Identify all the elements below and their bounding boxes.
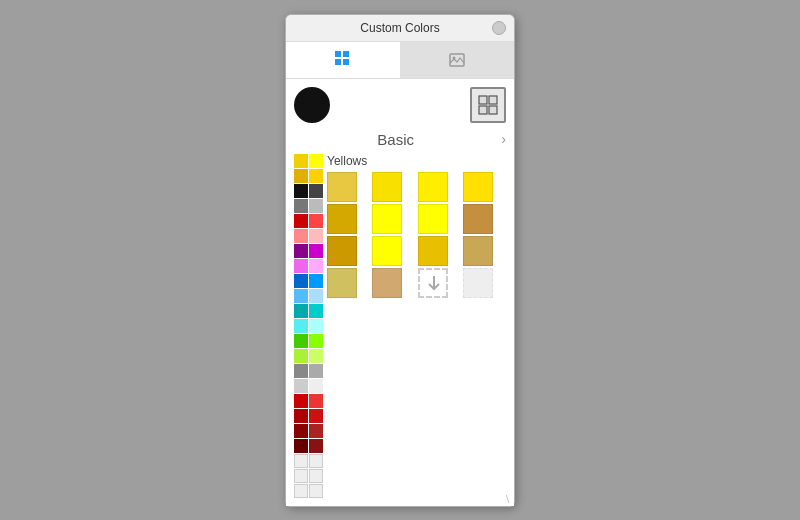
swatch[interactable] (309, 484, 323, 498)
swatch[interactable] (309, 274, 323, 288)
swatch[interactable] (309, 259, 323, 273)
swatch[interactable] (309, 394, 323, 408)
yellow-swatch[interactable] (372, 268, 402, 298)
yellow-swatch[interactable] (372, 204, 402, 234)
swatch[interactable] (294, 244, 308, 258)
dialog-title: Custom Colors (360, 21, 439, 35)
yellows-grid (327, 172, 506, 298)
swatch[interactable] (309, 304, 323, 318)
palette-category-yellows2 (294, 169, 323, 183)
yellow-swatch-empty (463, 268, 493, 298)
yellow-swatch[interactable] (418, 204, 448, 234)
swatch[interactable] (294, 274, 308, 288)
swatch[interactable] (309, 364, 323, 378)
svg-rect-2 (335, 59, 341, 65)
svg-rect-1 (343, 51, 349, 57)
svg-point-5 (453, 56, 456, 59)
swatch[interactable] (294, 349, 308, 363)
download-icon (420, 270, 448, 298)
swatch[interactable] (294, 469, 308, 483)
palette-row-grays (294, 184, 323, 198)
swatch[interactable] (294, 154, 308, 168)
yellow-swatch[interactable] (463, 172, 493, 202)
swatch[interactable] (309, 469, 323, 483)
palette-category-yellows[interactable] (294, 154, 323, 168)
yellow-swatch[interactable] (327, 172, 357, 202)
main-body: Yellows (294, 154, 506, 498)
swatch[interactable] (294, 379, 308, 393)
swatch[interactable] (309, 169, 323, 183)
svg-rect-0 (335, 51, 341, 57)
swatch[interactable] (294, 334, 308, 348)
yellow-swatch[interactable] (327, 268, 357, 298)
content-area: Basic › (286, 79, 514, 506)
svg-rect-8 (479, 106, 487, 114)
resize-handle[interactable]: ∖ (504, 493, 510, 504)
title-bar: Custom Colors (286, 15, 514, 42)
yellow-swatch[interactable] (418, 236, 448, 266)
swatch[interactable] (294, 409, 308, 423)
basic-label: Basic (294, 131, 497, 148)
chevron-right-icon[interactable]: › (501, 131, 506, 147)
swatch[interactable] (294, 199, 308, 213)
swatch[interactable] (294, 424, 308, 438)
color-circle (294, 87, 330, 123)
swatch[interactable] (309, 244, 323, 258)
swatch[interactable] (294, 454, 308, 468)
yellow-swatch[interactable] (327, 204, 357, 234)
yellow-swatch[interactable] (372, 172, 402, 202)
swatch[interactable] (309, 439, 323, 453)
custom-colors-dialog: Custom Colors (285, 14, 515, 507)
swatch[interactable] (309, 454, 323, 468)
swatch[interactable] (294, 214, 308, 228)
swatch[interactable] (309, 334, 323, 348)
swatch[interactable] (294, 184, 308, 198)
swatch[interactable] (309, 154, 323, 168)
close-button[interactable] (492, 21, 506, 35)
grid-tab-icon (334, 50, 352, 68)
swatch[interactable] (309, 214, 323, 228)
svg-rect-9 (489, 106, 497, 114)
basic-row: Basic › (294, 131, 506, 148)
grid-view-icon (477, 94, 499, 116)
yellow-swatch[interactable] (463, 236, 493, 266)
svg-rect-6 (479, 96, 487, 104)
swatch[interactable] (309, 424, 323, 438)
swatch[interactable] (294, 439, 308, 453)
yellow-swatch[interactable] (418, 172, 448, 202)
swatch[interactable] (309, 349, 323, 363)
swatch[interactable] (294, 364, 308, 378)
swatch[interactable] (294, 319, 308, 333)
swatch[interactable] (294, 169, 308, 183)
yellows-section: Yellows (327, 154, 506, 498)
grid-view-button[interactable] (470, 87, 506, 123)
palette-row-grays2 (294, 199, 323, 213)
left-palette (294, 154, 323, 498)
swatch[interactable] (294, 484, 308, 498)
swatch[interactable] (309, 289, 323, 303)
swatch[interactable] (294, 394, 308, 408)
yellow-swatch[interactable] (463, 204, 493, 234)
swatch[interactable] (309, 199, 323, 213)
yellows-label: Yellows (327, 154, 506, 168)
top-row (294, 87, 506, 123)
svg-rect-3 (343, 59, 349, 65)
image-tab-icon (448, 51, 466, 69)
swatch[interactable] (309, 229, 323, 243)
yellow-swatch-placeholder (418, 268, 448, 298)
tab-image[interactable] (400, 42, 514, 78)
swatch[interactable] (294, 259, 308, 273)
yellow-swatch[interactable] (327, 236, 357, 266)
swatch[interactable] (309, 409, 323, 423)
swatch[interactable] (294, 289, 308, 303)
swatch[interactable] (294, 304, 308, 318)
swatch[interactable] (309, 379, 323, 393)
swatch[interactable] (294, 229, 308, 243)
swatch[interactable] (309, 184, 323, 198)
tab-bar (286, 42, 514, 79)
yellow-swatch[interactable] (372, 236, 402, 266)
swatch[interactable] (309, 319, 323, 333)
tab-grid[interactable] (286, 42, 400, 78)
svg-rect-7 (489, 96, 497, 104)
